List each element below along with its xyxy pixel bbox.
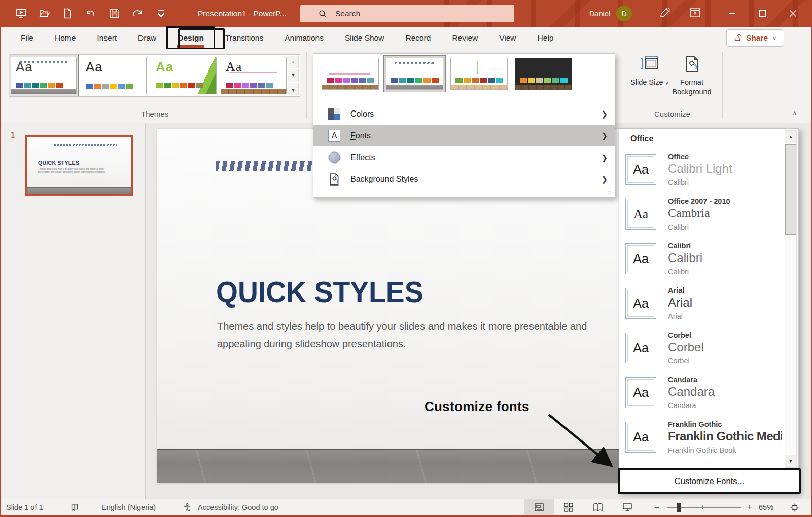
slide-sorter-icon[interactable]	[554, 499, 583, 515]
gallery-more-button[interactable]: —▼	[288, 83, 299, 95]
tab-review[interactable]: Review	[441, 27, 488, 49]
scroll-down-icon[interactable]: ▼	[785, 455, 796, 467]
undo-icon[interactable]	[84, 7, 97, 20]
theme-variant-tile[interactable]: Aa	[81, 57, 147, 94]
tab-draw[interactable]: Draw	[127, 27, 167, 49]
gallery-scroll-down-button[interactable]: ▼	[288, 69, 299, 82]
slides-thumbnail-panel: 1 QUICK STYLES Themes and styles help to…	[0, 123, 146, 499]
font-scheme-name: Corbel	[668, 331, 691, 339]
slideshow-view-icon[interactable]	[613, 499, 642, 515]
font-scheme-calibri[interactable]: AaCalibriCalibriCalibri	[619, 238, 782, 283]
tab-slide-show[interactable]: Slide Show	[334, 27, 395, 49]
themes-gallery-scrollbar: ▲ ▼ —▼	[288, 56, 299, 95]
menu-item-colors[interactable]: Colors❯	[313, 103, 615, 125]
theme-variant-tile[interactable]: Aa	[151, 57, 217, 94]
slide-thumbnail[interactable]: QUICK STYLES Themes and styles help to b…	[25, 135, 133, 196]
maximize-button[interactable]	[747, 0, 778, 27]
tab-help[interactable]: Help	[527, 27, 564, 49]
tab-design[interactable]: Design	[167, 27, 215, 49]
more-commands-icon[interactable]	[154, 7, 167, 20]
font-scheme-franklin-gothic[interactable]: AaFranklin GothicFranklin Gothic MediuFr…	[619, 417, 782, 461]
share-button[interactable]: Share ∨	[726, 29, 784, 47]
search-input[interactable]	[335, 9, 487, 18]
font-scheme-arial[interactable]: AaArialArialArial	[619, 283, 782, 327]
spellcheck-icon[interactable]	[70, 499, 79, 515]
tab-home[interactable]: Home	[44, 27, 86, 49]
color-swatch	[544, 78, 551, 83]
menu-item-fonts[interactable]: AFonts❯	[313, 125, 615, 146]
thumbnail-floor	[27, 187, 131, 194]
zoom-level[interactable]: 65%	[759, 499, 773, 515]
group-separator	[722, 52, 723, 119]
menu-item-background-styles[interactable]: Background Styles❯	[313, 168, 615, 190]
slide-size-button[interactable]: Slide Size ∨	[628, 55, 672, 88]
accessibility-status[interactable]: Accessibility: Good to go	[198, 499, 278, 515]
account-area[interactable]: Daniel D	[589, 0, 632, 27]
color-swatch	[180, 83, 187, 88]
theme-variant-tile[interactable]: Aa	[9, 55, 78, 96]
draw-pen-icon[interactable]	[660, 7, 670, 20]
tab-animations[interactable]: Animations	[274, 27, 334, 49]
ribbon-display-options-icon[interactable]	[690, 7, 700, 20]
title-bar: Presentation1 - PowerP... Daniel D	[0, 0, 812, 27]
zoom-out-button[interactable]: −	[651, 499, 663, 515]
color-swatch	[16, 83, 23, 88]
resize-grip[interactable]: ∷	[608, 190, 612, 195]
wood-floor	[322, 85, 378, 89]
reading-view-icon[interactable]	[583, 499, 613, 515]
zoom-in-button[interactable]: +	[744, 499, 756, 515]
slide-body-text[interactable]: Themes and styles help to beautify your …	[217, 318, 625, 352]
font-scheme-candara[interactable]: AaCandaraCandaraCandara	[619, 372, 782, 417]
tab-insert[interactable]: Insert	[86, 27, 127, 49]
close-button[interactable]	[778, 0, 808, 27]
quick-access-toolbar	[0, 7, 167, 20]
tab-record[interactable]: Record	[395, 27, 441, 49]
slide-indicator[interactable]: Slide 1 of 1	[6, 499, 43, 515]
tab-file[interactable]: File	[10, 27, 44, 49]
customize-fonts-button[interactable]: Customize Fonts...	[618, 468, 801, 494]
slide-number: 1	[10, 130, 16, 141]
greenline-preview	[450, 58, 508, 90]
collapse-ribbon-icon[interactable]: ∧	[792, 109, 797, 117]
search-box[interactable]	[300, 5, 514, 22]
start-slideshow-icon[interactable]	[14, 7, 27, 20]
zoom-slider-thumb[interactable]	[677, 503, 681, 512]
scrollbar-thumb[interactable]	[785, 144, 796, 235]
theme-variant-tile[interactable]	[384, 56, 445, 92]
language-status[interactable]: English (Nigeria)	[101, 499, 156, 515]
submenu-chevron-icon: ❯	[601, 175, 608, 184]
new-file-icon[interactable]	[61, 7, 74, 20]
share-label: Share	[746, 33, 768, 43]
normal-view-icon[interactable]	[524, 499, 554, 515]
variants-dropdown-menu: Colors❯AFonts❯Effects❯Background Styles❯…	[313, 53, 615, 198]
menu-item-effects[interactable]: Effects❯	[313, 146, 615, 168]
redo-icon[interactable]	[131, 7, 144, 20]
save-icon[interactable]	[108, 7, 121, 20]
avatar[interactable]: D	[616, 6, 632, 21]
font-scheme-body: Calibri	[668, 268, 689, 276]
theme-variant-tile[interactable]	[515, 58, 572, 90]
color-swatch	[94, 84, 101, 89]
font-sample-box: Aa	[625, 154, 656, 185]
tab-view[interactable]: View	[488, 27, 526, 49]
minimize-button[interactable]	[717, 0, 747, 27]
gallery-scroll-up-button[interactable]: ▲	[288, 56, 299, 68]
color-swatch	[480, 78, 487, 83]
facet-preview: Aa	[151, 57, 217, 94]
scroll-up-icon[interactable]: ▲	[785, 131, 796, 143]
font-scheme-office[interactable]: AaOfficeCalibri LightCalibri	[619, 149, 782, 194]
theme-variant-tile[interactable]	[450, 58, 508, 90]
font-scheme-office-2007-2010[interactable]: AaOffice 2007 - 2010CambriaCalibri	[619, 194, 782, 238]
zoom-slider[interactable]	[667, 507, 741, 508]
color-swatch	[327, 78, 334, 83]
theme-variant-tile[interactable]: Aa	[221, 57, 287, 94]
color-swatch	[118, 84, 125, 89]
font-scheme-corbel[interactable]: AaCorbelCorbelCorbel	[619, 327, 782, 372]
theme-color-swatches	[156, 83, 203, 88]
tab-transitions[interactable]: Transitions	[215, 27, 274, 49]
slide-title[interactable]: QUICK STYLES	[216, 275, 423, 309]
open-file-icon[interactable]	[38, 7, 51, 20]
theme-variant-tile[interactable]	[322, 58, 379, 90]
fit-slide-to-window-icon[interactable]	[785, 499, 803, 515]
format-background-button[interactable]: Format Background	[667, 55, 716, 97]
